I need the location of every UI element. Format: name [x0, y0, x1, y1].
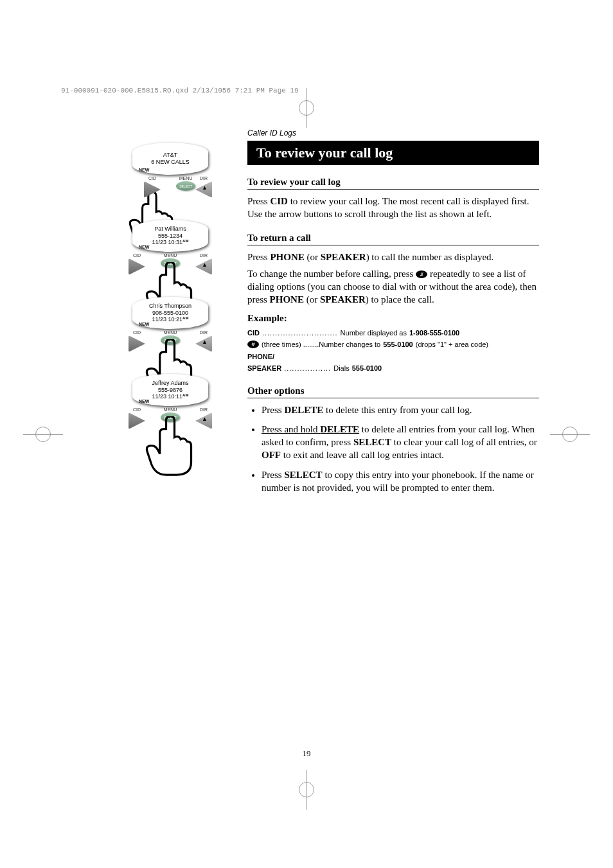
list-item: Press DELETE to delete this entry from y…	[262, 403, 539, 416]
section-heading-other: Other options	[247, 385, 539, 398]
screen-line: 11/23 10:21AM	[152, 316, 189, 323]
para-return-1: Press PHONE (or SPEAKER) to call the num…	[247, 251, 539, 263]
hand-pointer-icon	[145, 416, 195, 479]
phone-buttons: CID MENUSELECT DIR	[129, 330, 212, 369]
phone-block-1: AT&T 6 NEW CALLS NEW CID MENUSELECT DIR	[112, 143, 228, 215]
section-heading-review: To review your call log	[247, 177, 539, 190]
dir-label: DIR	[200, 407, 208, 412]
phone-screen: Pat Williams 555-1234 11/23 10:31AM NEW	[132, 220, 208, 252]
cid-label: CID	[148, 176, 156, 181]
screen-line: Chris Thompson	[149, 303, 191, 310]
dir-button-icon	[195, 412, 212, 429]
example-row: PHONE/	[247, 351, 539, 362]
dir-label: DIR	[200, 253, 208, 258]
dir-label: DIR	[200, 330, 208, 335]
section-heading-return: To return a call	[247, 233, 539, 245]
para-return-2: To change the number before calling, pre…	[247, 267, 539, 306]
dir-button-icon	[195, 181, 212, 198]
menu-label: MENU	[179, 176, 193, 181]
select-button-icon: SELECT	[176, 181, 195, 191]
dir-button-icon	[195, 335, 212, 352]
example-row: SPEAKER ..................Dials 555-0100	[247, 363, 539, 374]
screen-line: Pat Williams	[154, 226, 186, 233]
screen-line: 6 NEW CALLS	[151, 159, 190, 166]
sidebar-illustrations: AT&T 6 NEW CALLS NEW CID MENUSELECT DIR …	[112, 128, 228, 500]
example-heading: Example:	[247, 313, 539, 324]
list-item: Press and hold DELETE to delete all entr…	[262, 423, 539, 462]
example-row: CID.............................Number d…	[247, 328, 539, 339]
cid-button-icon	[129, 258, 145, 275]
menu-label: MENU	[164, 407, 177, 412]
main-content: Caller ID Logs To review your call log T…	[247, 128, 539, 500]
phone-screen: Jeffrey Adams 555-9876 11/23 10:11AM NEW	[132, 374, 208, 406]
cid-label: CID	[133, 253, 141, 258]
screen-line: AT&T	[163, 152, 177, 159]
screen-line: 555-9876	[158, 387, 182, 394]
example-block: CID.............................Number d…	[247, 328, 539, 374]
phone-buttons: CID MENUSELECT DIR	[129, 176, 212, 215]
phone-screen: AT&T 6 NEW CALLS NEW	[132, 143, 208, 175]
para-review: Press CID to review your call log. The m…	[247, 195, 539, 221]
screen-line: 11/23 10:11AM	[152, 393, 189, 400]
crop-mark-bottom	[299, 782, 314, 797]
new-label: NEW	[139, 322, 149, 327]
dir-label: DIR	[200, 176, 208, 181]
new-label: NEW	[139, 245, 149, 250]
menu-label: MENU	[164, 253, 177, 258]
print-header: 91-000091-020-000.E5815.RO.qxd 2/13/1956…	[61, 87, 299, 94]
phone-buttons: CID MENUSELECT DIR	[129, 253, 212, 292]
new-label: NEW	[139, 399, 149, 404]
cid-button-icon	[129, 335, 145, 352]
phone-buttons: CID MENUSELECT DIR	[129, 407, 212, 446]
cid-label: CID	[133, 407, 141, 412]
phone-screen: Chris Thompson 908-555-0100 11/23 10:21A…	[132, 297, 208, 329]
new-label: NEW	[139, 168, 149, 173]
cid-button-icon	[129, 412, 145, 429]
phone-block-4: Jeffrey Adams 555-9876 11/23 10:11AM NEW…	[112, 374, 228, 446]
crop-mark-left	[35, 427, 51, 442]
dir-button-icon	[195, 258, 212, 275]
screen-line: 555-1234	[158, 233, 182, 240]
phone-block-3: Chris Thompson 908-555-0100 11/23 10:21A…	[112, 297, 228, 369]
screen-line: 908-555-0100	[152, 310, 188, 317]
other-options-list: Press DELETE to delete this entry from y…	[247, 403, 539, 495]
list-item: Press SELECT to copy this entry into you…	[262, 468, 539, 495]
hash-key-icon: #	[416, 270, 427, 278]
crop-mark-right	[562, 427, 578, 442]
page-title: To review your call log	[247, 141, 539, 165]
example-row: # (three times) ........Number changes t…	[247, 339, 539, 350]
category-label: Caller ID Logs	[247, 128, 539, 137]
menu-label: MENU	[164, 330, 177, 335]
crop-mark-top	[299, 100, 314, 116]
hash-key-icon: #	[247, 341, 259, 348]
page-number: 19	[0, 748, 613, 759]
cid-label: CID	[133, 330, 141, 335]
screen-line: 11/23 10:31AM	[152, 239, 189, 246]
screen-line: Jeffrey Adams	[152, 380, 189, 387]
